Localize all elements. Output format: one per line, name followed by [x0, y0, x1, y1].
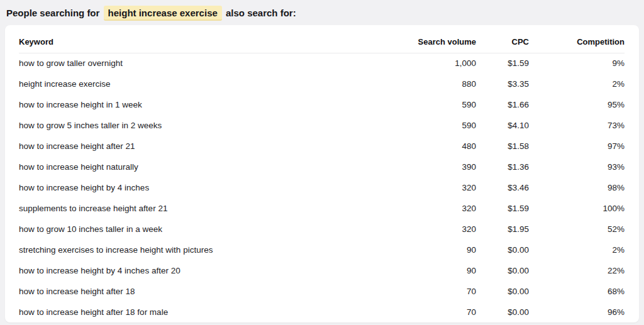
- keyword-cell: supplements to increase height after 21: [19, 198, 388, 219]
- competition-cell: 98%: [529, 177, 625, 198]
- table-row: how to grow taller overnight1,000$1.599%: [19, 53, 625, 74]
- title-suffix: also search for:: [226, 8, 296, 18]
- table-row: how to increase height after 18 for male…: [19, 302, 625, 322]
- table-row: how to grow 5 inches taller in 2 weeks59…: [19, 115, 625, 136]
- cpc-cell: $1.36: [476, 157, 529, 177]
- search-volume-cell: 590: [388, 94, 476, 115]
- column-header-search-volume: Search volume: [388, 25, 476, 53]
- search-volume-cell: 880: [388, 74, 476, 94]
- table-body: how to grow taller overnight1,000$1.599%…: [19, 53, 625, 322]
- keyword-cell: how to grow 5 inches taller in 2 weeks: [19, 115, 388, 136]
- keyword-cell: how to increase height after 18: [19, 281, 388, 302]
- search-volume-cell: 320: [388, 177, 476, 198]
- keyword-cell: how to grow taller overnight: [19, 53, 388, 74]
- competition-cell: 2%: [529, 240, 625, 260]
- competition-cell: 97%: [529, 136, 625, 157]
- competition-cell: 96%: [529, 302, 625, 322]
- table-row: how to increase height naturally390$1.36…: [19, 157, 625, 177]
- cpc-cell: $0.00: [476, 281, 529, 302]
- search-volume-cell: 480: [388, 136, 476, 157]
- keyword-cell: how to grow 10 inches taller in a week: [19, 219, 388, 240]
- table-row: how to increase height after 21480$1.589…: [19, 136, 625, 157]
- cpc-cell: $1.59: [476, 53, 529, 74]
- search-volume-cell: 70: [388, 302, 476, 322]
- table-row: how to grow 10 inches taller in a week32…: [19, 219, 625, 240]
- cpc-cell: $3.35: [476, 74, 529, 94]
- competition-cell: 2%: [529, 74, 625, 94]
- keyword-cell: how to increase height naturally: [19, 157, 388, 177]
- table-header-row: Keyword Search volume CPC Competition: [19, 25, 625, 53]
- search-volume-cell: 90: [388, 260, 476, 281]
- search-volume-cell: 1,000: [388, 53, 476, 74]
- cpc-cell: $0.00: [476, 240, 529, 260]
- competition-cell: 9%: [529, 53, 625, 74]
- keyword-cell: stretching exercises to increase height …: [19, 240, 388, 260]
- competition-cell: 52%: [529, 219, 625, 240]
- table-row: how to increase height by 4 inches after…: [19, 260, 625, 281]
- search-volume-cell: 320: [388, 219, 476, 240]
- competition-cell: 73%: [529, 115, 625, 136]
- column-header-keyword: Keyword: [19, 25, 388, 53]
- title-prefix: People searching for: [6, 8, 99, 18]
- competition-cell: 22%: [529, 260, 625, 281]
- highlighted-keyword: height increase exercise: [104, 6, 222, 21]
- search-volume-cell: 590: [388, 115, 476, 136]
- search-volume-cell: 390: [388, 157, 476, 177]
- related-keywords-card: Keyword Search volume CPC Competition ho…: [5, 25, 639, 322]
- cpc-cell: $0.00: [476, 260, 529, 281]
- column-header-competition: Competition: [529, 25, 625, 53]
- cpc-cell: $1.59: [476, 198, 529, 219]
- search-volume-cell: 90: [388, 240, 476, 260]
- competition-cell: 68%: [529, 281, 625, 302]
- search-volume-cell: 320: [388, 198, 476, 219]
- keyword-cell: how to increase height by 4 inches: [19, 177, 388, 198]
- keyword-cell: how to increase height by 4 inches after…: [19, 260, 388, 281]
- table-row: stretching exercises to increase height …: [19, 240, 625, 260]
- competition-cell: 100%: [529, 198, 625, 219]
- cpc-cell: $1.95: [476, 219, 529, 240]
- table-row: how to increase height after 1870$0.0068…: [19, 281, 625, 302]
- keyword-cell: how to increase height in 1 week: [19, 94, 388, 115]
- keyword-cell: how to increase height after 18 for male: [19, 302, 388, 322]
- cpc-cell: $1.66: [476, 94, 529, 115]
- table-row: how to increase height in 1 week590$1.66…: [19, 94, 625, 115]
- competition-cell: 93%: [529, 157, 625, 177]
- table-row: supplements to increase height after 213…: [19, 198, 625, 219]
- search-volume-cell: 70: [388, 281, 476, 302]
- keyword-cell: height increase exercise: [19, 74, 388, 94]
- column-header-cpc: CPC: [476, 25, 529, 53]
- cpc-cell: $1.58: [476, 136, 529, 157]
- keywords-table: Keyword Search volume CPC Competition ho…: [19, 25, 625, 322]
- cpc-cell: $3.46: [476, 177, 529, 198]
- table-row: height increase exercise880$3.352%: [19, 74, 625, 94]
- competition-cell: 95%: [529, 94, 625, 115]
- table-row: how to increase height by 4 inches320$3.…: [19, 177, 625, 198]
- cpc-cell: $0.00: [476, 302, 529, 322]
- keyword-cell: how to increase height after 21: [19, 136, 388, 157]
- cpc-cell: $4.10: [476, 115, 529, 136]
- page-title: People searching for height increase exe…: [0, 0, 644, 25]
